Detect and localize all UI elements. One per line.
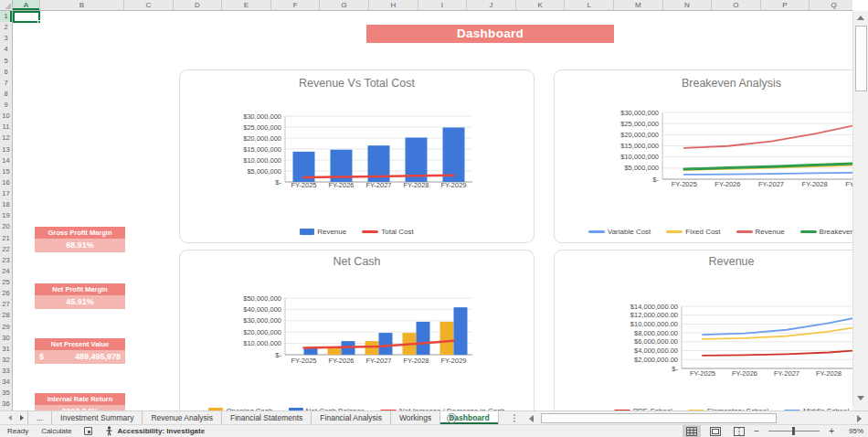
row-header-32[interactable]: 32 <box>0 355 12 366</box>
row-header-33[interactable]: 33 <box>0 366 12 377</box>
row-header-1[interactable]: 1 <box>0 11 12 22</box>
zoom-slider-thumb[interactable] <box>792 427 795 435</box>
scroll-up-button[interactable] <box>853 11 868 25</box>
column-header-C[interactable]: C <box>124 0 174 10</box>
row-header-36[interactable]: 36 <box>0 399 12 410</box>
row-header-22[interactable]: 22 <box>0 244 12 255</box>
accessibility-status[interactable]: Accessibility: Investigate <box>105 426 205 436</box>
column-header-L[interactable]: L <box>565 0 614 10</box>
sheet-tab-investment-summary[interactable]: Investment Summary <box>52 411 143 424</box>
row-header-10[interactable]: 10 <box>0 111 12 122</box>
row-header-29[interactable]: 29 <box>0 322 12 333</box>
normal-view-button[interactable] <box>683 425 701 437</box>
row-header-7[interactable]: 7 <box>0 78 12 89</box>
row-header-11[interactable]: 11 <box>0 122 12 133</box>
row-header-16[interactable]: 16 <box>0 177 12 188</box>
row-header-34[interactable]: 34 <box>0 377 12 388</box>
chart-revenue-vs-total-cost[interactable]: Revenue Vs Total Cost$30,000,000$25,000,… <box>179 69 535 243</box>
row-header-13[interactable]: 13 <box>0 144 12 155</box>
zoom-slider[interactable] <box>768 431 820 432</box>
zoom-out-button[interactable]: − <box>754 425 759 437</box>
sheet-tab--[interactable]: ... <box>27 411 52 424</box>
status-calculate[interactable]: Calculate <box>41 427 71 435</box>
kpi-card-net-profit-margin[interactable]: Net Profit Margin45.91% <box>35 283 125 309</box>
zoom-in-button[interactable]: + <box>829 425 834 437</box>
column-header-P[interactable]: P <box>761 0 810 10</box>
svg-text:$2,000,000.00: $2,000,000.00 <box>634 356 678 364</box>
prev-sheet-button[interactable] <box>4 411 16 424</box>
row-header-26[interactable]: 26 <box>0 288 12 299</box>
plus-icon: + <box>450 413 454 422</box>
row-header-9[interactable]: 9 <box>0 100 12 111</box>
column-header-G[interactable]: G <box>320 0 369 10</box>
row-header-19[interactable]: 19 <box>0 210 12 221</box>
select-all-corner[interactable] <box>0 0 13 11</box>
tab-splitter-grip[interactable] <box>513 414 516 422</box>
sheet-tab-financial-statements[interactable]: Financial Statements <box>222 411 312 424</box>
column-header-A[interactable]: A <box>13 0 40 10</box>
sheet-tab-revenue-analysis[interactable]: Revenue Analysis <box>143 411 222 424</box>
vertical-scrollbar-thumb[interactable] <box>855 26 867 91</box>
column-header-H[interactable]: H <box>369 0 418 10</box>
row-header-20[interactable]: 20 <box>0 221 12 232</box>
zoom-level[interactable]: 95% <box>840 427 863 435</box>
column-header-J[interactable]: J <box>467 0 516 10</box>
kpi-card-net-present-value[interactable]: Net Present Value$489,495,978 <box>35 338 125 364</box>
sheet-canvas[interactable]: Dashboard Gross Profit Margin68.91%Net P… <box>13 11 852 410</box>
chart-net-cash[interactable]: Net Cash$50,000,000$40,000,000$30,000,00… <box>179 250 535 410</box>
row-header-25[interactable]: 25 <box>0 277 12 288</box>
chart-revenue[interactable]: Revenue$14,000,000.00$12,000,000.00$10,0… <box>554 250 852 410</box>
scroll-left-button[interactable] <box>524 411 537 425</box>
row-header-14[interactable]: 14 <box>0 155 12 166</box>
row-header-27[interactable]: 27 <box>0 299 12 310</box>
row-header-2[interactable]: 2 <box>0 22 12 33</box>
row-header-12[interactable]: 12 <box>0 133 12 144</box>
chart-breakeven-analysis[interactable]: Breakeven Analysis$30,000,000$25,000,000… <box>554 69 852 243</box>
column-header-M[interactable]: M <box>614 0 663 10</box>
column-header-K[interactable]: K <box>516 0 566 10</box>
row-header-28[interactable]: 28 <box>0 310 12 321</box>
row-header-35[interactable]: 35 <box>0 388 12 399</box>
column-header-F[interactable]: F <box>271 0 321 10</box>
row-header-30[interactable]: 30 <box>0 333 12 344</box>
column-header-D[interactable]: D <box>174 0 223 10</box>
kpi-card-gross-profit-margin[interactable]: Gross Profit Margin68.91% <box>35 227 125 252</box>
row-header-18[interactable]: 18 <box>0 199 12 210</box>
row-header-21[interactable]: 21 <box>0 233 12 244</box>
row-header-4[interactable]: 4 <box>0 44 12 55</box>
sheet-tab-financial-analysis[interactable]: Financial Analysis <box>312 411 391 424</box>
new-sheet-button[interactable]: + <box>447 413 457 423</box>
vertical-scrollbar[interactable] <box>852 11 868 405</box>
sheet-tab-workings[interactable]: Workings <box>391 411 440 424</box>
column-header-I[interactable]: I <box>418 0 468 10</box>
row-header-6[interactable]: 6 <box>0 67 12 78</box>
horizontal-scrollbar-thumb[interactable] <box>541 413 777 423</box>
svg-text:$-: $- <box>652 176 659 184</box>
scroll-down-button[interactable] <box>853 391 868 405</box>
macro-record-icon[interactable] <box>84 427 92 435</box>
row-header-24[interactable]: 24 <box>0 266 12 277</box>
arrow-right-icon <box>20 415 24 421</box>
column-header-E[interactable]: E <box>222 0 271 10</box>
fill-handle[interactable] <box>37 20 41 24</box>
page-break-preview-button[interactable] <box>730 425 748 437</box>
column-header-B[interactable]: B <box>40 0 124 10</box>
row-header-5[interactable]: 5 <box>0 56 12 67</box>
dashboard-banner-cell[interactable]: Dashboard <box>366 25 614 43</box>
row-header-31[interactable]: 31 <box>0 344 12 355</box>
horizontal-scrollbar[interactable] <box>524 411 866 425</box>
svg-text:$25,000,000: $25,000,000 <box>243 123 281 132</box>
scroll-right-button[interactable] <box>852 411 866 425</box>
row-header-15[interactable]: 15 <box>0 166 12 177</box>
arrow-left-icon <box>8 415 12 421</box>
kpi-card-internal-rate-return[interactable]: Internal Rate Return3002.94% <box>35 393 125 410</box>
column-header-N[interactable]: N <box>663 0 713 10</box>
row-header-3[interactable]: 3 <box>0 33 12 44</box>
next-sheet-button[interactable] <box>16 411 27 424</box>
row-header-8[interactable]: 8 <box>0 89 12 100</box>
column-header-O[interactable]: O <box>712 0 761 10</box>
column-header-Q[interactable]: Q <box>810 0 852 10</box>
row-header-17[interactable]: 17 <box>0 188 12 199</box>
row-header-23[interactable]: 23 <box>0 255 12 266</box>
page-layout-view-button[interactable] <box>706 425 725 437</box>
